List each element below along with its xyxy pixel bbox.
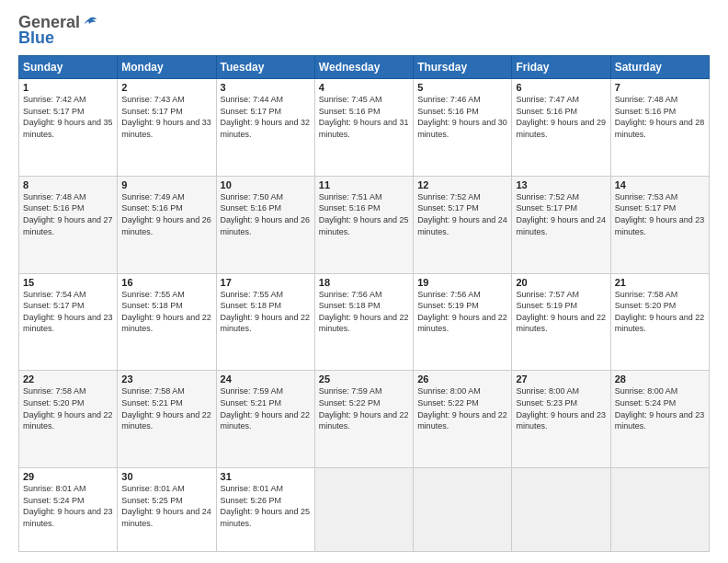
day-number: 21	[615, 277, 705, 288]
day-info: Sunrise: 7:58 AM Sunset: 5:20 PM Dayligh…	[615, 289, 705, 335]
day-number: 7	[615, 82, 705, 93]
day-number: 30	[121, 471, 211, 482]
table-row: 25Sunrise: 7:59 AM Sunset: 5:22 PM Dayli…	[314, 371, 413, 468]
table-row: 22Sunrise: 7:58 AM Sunset: 5:20 PM Dayli…	[19, 371, 118, 468]
table-row: 5Sunrise: 7:46 AM Sunset: 5:16 PM Daylig…	[414, 79, 512, 177]
day-info: Sunrise: 7:43 AM Sunset: 5:17 PM Dayligh…	[121, 94, 211, 140]
table-row	[512, 468, 610, 552]
calendar-table: SundayMondayTuesdayWednesdayThursdayFrid…	[18, 55, 710, 552]
calendar-week-row: 29Sunrise: 8:01 AM Sunset: 5:24 PM Dayli…	[19, 468, 710, 552]
day-info: Sunrise: 7:53 AM Sunset: 5:17 PM Dayligh…	[615, 191, 705, 237]
table-row: 4Sunrise: 7:45 AM Sunset: 5:16 PM Daylig…	[314, 79, 413, 177]
table-row: 11Sunrise: 7:51 AM Sunset: 5:16 PM Dayli…	[314, 176, 413, 273]
table-row: 12Sunrise: 7:52 AM Sunset: 5:17 PM Dayli…	[414, 176, 512, 273]
day-info: Sunrise: 7:46 AM Sunset: 5:16 PM Dayligh…	[417, 94, 507, 140]
day-number: 19	[417, 277, 507, 288]
calendar-week-row: 1Sunrise: 7:42 AM Sunset: 5:17 PM Daylig…	[19, 79, 710, 177]
day-info: Sunrise: 7:48 AM Sunset: 5:16 PM Dayligh…	[615, 94, 705, 140]
logo-bird-icon	[82, 15, 98, 31]
day-info: Sunrise: 8:01 AM Sunset: 5:25 PM Dayligh…	[121, 483, 211, 529]
table-row: 16Sunrise: 7:55 AM Sunset: 5:18 PM Dayli…	[118, 273, 216, 371]
day-number: 11	[319, 179, 409, 190]
table-row: 10Sunrise: 7:50 AM Sunset: 5:16 PM Dayli…	[216, 176, 314, 273]
day-number: 2	[121, 82, 211, 93]
calendar-header-tuesday: Tuesday	[216, 56, 314, 79]
day-info: Sunrise: 7:56 AM Sunset: 5:18 PM Dayligh…	[319, 289, 409, 335]
day-info: Sunrise: 7:50 AM Sunset: 5:16 PM Dayligh…	[221, 191, 311, 237]
table-row: 28Sunrise: 8:00 AM Sunset: 5:24 PM Dayli…	[610, 371, 709, 468]
calendar-header-wednesday: Wednesday	[314, 56, 413, 79]
page: General Blue SundayMondayTuesdayWednesda…	[0, 0, 728, 563]
table-row: 26Sunrise: 8:00 AM Sunset: 5:22 PM Dayli…	[414, 371, 512, 468]
day-info: Sunrise: 7:44 AM Sunset: 5:17 PM Dayligh…	[221, 94, 311, 140]
day-number: 18	[319, 277, 409, 288]
calendar-header-saturday: Saturday	[610, 56, 709, 79]
day-info: Sunrise: 7:54 AM Sunset: 5:17 PM Dayligh…	[23, 289, 113, 335]
calendar-header-sunday: Sunday	[19, 56, 118, 79]
day-number: 16	[121, 277, 211, 288]
calendar-week-row: 8Sunrise: 7:48 AM Sunset: 5:16 PM Daylig…	[19, 176, 710, 273]
day-info: Sunrise: 7:59 AM Sunset: 5:22 PM Dayligh…	[319, 385, 409, 431]
day-info: Sunrise: 8:01 AM Sunset: 5:24 PM Dayligh…	[23, 483, 113, 529]
day-info: Sunrise: 8:01 AM Sunset: 5:26 PM Dayligh…	[221, 483, 311, 529]
day-info: Sunrise: 7:55 AM Sunset: 5:18 PM Dayligh…	[221, 289, 311, 335]
day-number: 20	[516, 277, 606, 288]
calendar-header-friday: Friday	[512, 56, 610, 79]
day-info: Sunrise: 7:49 AM Sunset: 5:16 PM Dayligh…	[121, 191, 211, 237]
day-number: 10	[221, 179, 311, 190]
day-number: 13	[516, 179, 606, 190]
day-info: Sunrise: 8:00 AM Sunset: 5:22 PM Dayligh…	[417, 385, 507, 431]
table-row	[414, 468, 512, 552]
table-row: 27Sunrise: 8:00 AM Sunset: 5:23 PM Dayli…	[512, 371, 610, 468]
table-row: 21Sunrise: 7:58 AM Sunset: 5:20 PM Dayli…	[610, 273, 709, 371]
calendar-week-row: 15Sunrise: 7:54 AM Sunset: 5:17 PM Dayli…	[19, 273, 710, 371]
day-info: Sunrise: 8:00 AM Sunset: 5:24 PM Dayligh…	[615, 385, 705, 431]
day-info: Sunrise: 7:48 AM Sunset: 5:16 PM Dayligh…	[23, 191, 113, 237]
day-info: Sunrise: 7:59 AM Sunset: 5:21 PM Dayligh…	[221, 385, 311, 431]
day-info: Sunrise: 7:52 AM Sunset: 5:17 PM Dayligh…	[417, 191, 507, 237]
table-row: 30Sunrise: 8:01 AM Sunset: 5:25 PM Dayli…	[118, 468, 216, 552]
calendar-header-thursday: Thursday	[414, 56, 512, 79]
table-row: 24Sunrise: 7:59 AM Sunset: 5:21 PM Dayli…	[216, 371, 314, 468]
day-number: 1	[23, 82, 113, 93]
day-info: Sunrise: 7:57 AM Sunset: 5:19 PM Dayligh…	[516, 289, 606, 335]
day-number: 22	[23, 373, 113, 385]
table-row: 17Sunrise: 7:55 AM Sunset: 5:18 PM Dayli…	[216, 273, 314, 371]
day-number: 27	[516, 373, 606, 385]
table-row: 2Sunrise: 7:43 AM Sunset: 5:17 PM Daylig…	[118, 79, 216, 177]
day-info: Sunrise: 7:42 AM Sunset: 5:17 PM Dayligh…	[23, 94, 113, 140]
day-number: 9	[121, 179, 211, 190]
table-row	[314, 468, 413, 552]
day-number: 23	[121, 373, 211, 385]
day-info: Sunrise: 7:51 AM Sunset: 5:16 PM Dayligh…	[319, 191, 409, 237]
day-info: Sunrise: 7:47 AM Sunset: 5:16 PM Dayligh…	[516, 94, 606, 140]
day-info: Sunrise: 7:55 AM Sunset: 5:18 PM Dayligh…	[121, 289, 211, 335]
table-row: 31Sunrise: 8:01 AM Sunset: 5:26 PM Dayli…	[216, 468, 314, 552]
calendar-header-monday: Monday	[118, 56, 216, 79]
day-number: 29	[23, 471, 113, 482]
table-row: 1Sunrise: 7:42 AM Sunset: 5:17 PM Daylig…	[19, 79, 118, 177]
day-number: 15	[23, 277, 113, 288]
day-number: 31	[221, 471, 311, 482]
day-number: 26	[417, 373, 507, 385]
day-info: Sunrise: 7:52 AM Sunset: 5:17 PM Dayligh…	[516, 191, 606, 237]
table-row: 6Sunrise: 7:47 AM Sunset: 5:16 PM Daylig…	[512, 79, 610, 177]
day-number: 28	[615, 373, 705, 385]
table-row: 9Sunrise: 7:49 AM Sunset: 5:16 PM Daylig…	[118, 176, 216, 273]
day-info: Sunrise: 7:56 AM Sunset: 5:19 PM Dayligh…	[417, 289, 507, 335]
table-row: 20Sunrise: 7:57 AM Sunset: 5:19 PM Dayli…	[512, 273, 610, 371]
table-row: 8Sunrise: 7:48 AM Sunset: 5:16 PM Daylig…	[19, 176, 118, 273]
table-row	[610, 468, 709, 552]
day-number: 8	[23, 179, 113, 190]
table-row: 29Sunrise: 8:01 AM Sunset: 5:24 PM Dayli…	[19, 468, 118, 552]
calendar-week-row: 22Sunrise: 7:58 AM Sunset: 5:20 PM Dayli…	[19, 371, 710, 468]
day-number: 24	[221, 373, 311, 385]
day-number: 5	[417, 82, 507, 93]
table-row: 15Sunrise: 7:54 AM Sunset: 5:17 PM Dayli…	[19, 273, 118, 371]
logo: General Blue	[18, 15, 98, 48]
day-number: 4	[319, 82, 409, 93]
day-number: 3	[221, 82, 311, 93]
day-number: 12	[417, 179, 507, 190]
table-row: 7Sunrise: 7:48 AM Sunset: 5:16 PM Daylig…	[610, 79, 709, 177]
table-row: 14Sunrise: 7:53 AM Sunset: 5:17 PM Dayli…	[610, 176, 709, 273]
